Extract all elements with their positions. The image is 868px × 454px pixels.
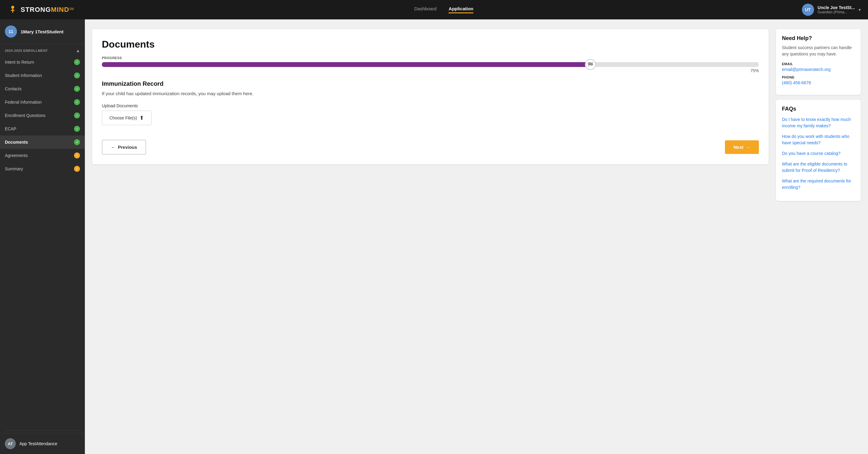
progress-track: 🏁 <box>102 62 759 67</box>
sidebar-item-documents[interactable]: Documents ✓ <box>0 135 85 149</box>
top-navigation: STRONGMINDSM Dashboard Application UT Un… <box>0 0 868 20</box>
sidebar-item-label: Summary <box>5 167 23 171</box>
help-desc: Student success partners can handle any … <box>782 44 855 57</box>
sidebar-item-label: Contacts <box>5 86 22 91</box>
card-actions: ← Previous Next → <box>102 140 759 155</box>
nav-dashboard[interactable]: Dashboard <box>414 6 436 13</box>
sidebar-item-contacts[interactable]: Contacts ✓ <box>0 82 85 95</box>
progress-fill: 🏁 <box>102 62 595 67</box>
sidebar-nav: Intent to Return ✓ Student Information ✓… <box>0 56 85 428</box>
sidebar-item-label: Federal Information <box>5 100 41 104</box>
page-title: Documents <box>102 39 759 50</box>
logo-sm: SM <box>69 7 74 10</box>
svg-point-1 <box>11 6 14 9</box>
enrollment-label: 2024-2025 ENROLLMENT <box>5 49 48 53</box>
upload-icon: ⬆ <box>140 115 144 121</box>
faq-item-1[interactable]: How do you work with students who have s… <box>782 133 855 146</box>
bottom-user-badge: AT <box>5 438 16 449</box>
sidebar-item-label: Documents <box>5 140 28 145</box>
progress-container: 🏁 75% <box>102 62 759 73</box>
main-card: Documents PROGRESS 🏁 75% Immunization Re… <box>92 29 769 164</box>
nav-links: Dashboard Application <box>86 6 802 13</box>
faq-item-2[interactable]: Do you have a course catalog? <box>782 150 855 157</box>
check-icon: ✓ <box>74 126 80 132</box>
check-icon: ✓ <box>74 139 80 145</box>
sidebar-item-label: Student Information <box>5 73 42 78</box>
check-icon: ✓ <box>74 113 80 119</box>
check-icon: ✓ <box>74 86 80 92</box>
progress-percent: 75% <box>102 68 759 73</box>
warning-icon: ! <box>74 166 80 172</box>
enrollment-chevron-icon[interactable]: ▲ <box>76 48 80 53</box>
previous-button[interactable]: ← Previous <box>102 140 146 155</box>
faq-item-4[interactable]: What are the required documents for enro… <box>782 178 855 191</box>
content-area: Documents PROGRESS 🏁 75% Immunization Re… <box>85 20 868 454</box>
upload-label: Upload Documents <box>102 103 759 108</box>
right-sidebar: Need Help? Student success partners can … <box>776 29 861 201</box>
nav-application[interactable]: Application <box>448 6 473 13</box>
prev-arrow-icon: ← <box>111 145 116 150</box>
faq-title: FAQs <box>782 106 855 112</box>
progress-flag-icon: 🏁 <box>585 59 596 70</box>
sidebar-item-label: Enrollment Questions <box>5 113 45 118</box>
check-icon: ✓ <box>74 59 80 65</box>
sidebar-student: 11 1Mary 1TestStudent <box>0 20 85 44</box>
next-button[interactable]: Next → <box>725 140 759 154</box>
student-name: 1Mary 1TestStudent <box>21 29 63 34</box>
check-icon: ✓ <box>74 99 80 105</box>
faq-item-3[interactable]: What are the eligible documents to submi… <box>782 161 855 174</box>
faq-item-0[interactable]: Do I have to know exactly how much incom… <box>782 116 855 129</box>
phone-link[interactable]: (480) 456-6678 <box>782 80 855 85</box>
sidebar-item-student-information[interactable]: Student Information ✓ <box>0 69 85 82</box>
progress-label: PROGRESS <box>102 56 759 60</box>
previous-button-label: Previous <box>118 145 137 150</box>
user-menu[interactable]: UT Uncle Joe TestSt... Guardian (Prima..… <box>802 4 861 16</box>
user-role: Guardian (Prima... <box>818 10 855 14</box>
sidebar-item-ecap[interactable]: ECAP ✓ <box>0 122 85 135</box>
sidebar-divider <box>5 430 80 431</box>
help-card: Need Help? Student success partners can … <box>776 29 861 95</box>
logo-mind: MIND <box>51 6 69 13</box>
bottom-user-name: App TestAttendance <box>20 441 57 446</box>
check-icon: ✓ <box>74 72 80 79</box>
phone-label: PHONE <box>782 75 855 79</box>
next-button-label: Next <box>734 145 743 150</box>
logo[interactable]: STRONGMINDSM <box>7 4 74 15</box>
sidebar-item-intent-to-return[interactable]: Intent to Return ✓ <box>0 56 85 69</box>
sidebar-item-label: ECAP <box>5 126 17 131</box>
enrollment-header: 2024-2025 ENROLLMENT ▲ <box>0 44 85 56</box>
upload-button[interactable]: Choose File(s) ⬆ <box>102 111 152 125</box>
help-title: Need Help? <box>782 35 855 41</box>
sidebar: 11 1Mary 1TestStudent 2024-2025 ENROLLME… <box>0 20 85 454</box>
warning-icon: ! <box>74 152 80 158</box>
sidebar-item-summary[interactable]: Summary ! <box>0 162 85 176</box>
user-info: Uncle Joe TestSt... Guardian (Prima... <box>818 5 855 14</box>
sidebar-item-label: Agreements <box>5 153 28 158</box>
sidebar-item-agreements[interactable]: Agreements ! <box>0 149 85 162</box>
email-label: EMAIL <box>782 62 855 66</box>
section-desc: If your child has updated immunization r… <box>102 91 759 96</box>
sidebar-item-label: Intent to Return <box>5 60 34 65</box>
sidebar-bottom-user: AT App TestAttendance <box>0 433 85 454</box>
next-arrow-icon: → <box>746 145 750 150</box>
sidebar-item-enrollment-questions[interactable]: Enrollment Questions ✓ <box>0 109 85 122</box>
email-link[interactable]: email@primaveratech.org <box>782 67 855 72</box>
student-badge: 11 <box>5 26 17 38</box>
upload-button-label: Choose File(s) <box>110 116 137 120</box>
avatar: UT <box>802 4 814 16</box>
faq-card: FAQs Do I have to know exactly how much … <box>776 100 861 201</box>
sidebar-item-federal-information[interactable]: Federal Information ✓ <box>0 95 85 109</box>
logo-strong: STRONG <box>21 6 51 13</box>
user-name: Uncle Joe TestSt... <box>818 5 855 10</box>
chevron-down-icon: ▾ <box>859 7 861 12</box>
section-title: Immunization Record <box>102 80 759 87</box>
